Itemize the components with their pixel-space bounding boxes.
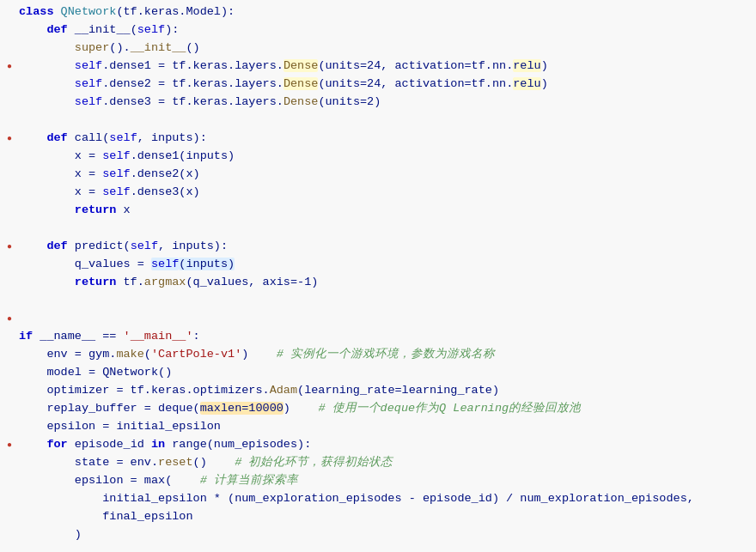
line-content: ) — [15, 526, 756, 544]
code-editor: class QNetwork(tf.keras.Model): def __in… — [0, 0, 756, 552]
line-content: final_epsilon — [15, 508, 756, 526]
code-line: model = QNetwork() — [0, 364, 756, 382]
line-content: for episode_id in range(num_episodes): — [15, 436, 756, 454]
line-content — [15, 544, 756, 552]
code-line: q_values = self(inputs) — [0, 256, 756, 274]
code-line: x = self.dense1(inputs) — [0, 148, 756, 166]
line-content: initial_epsilon * (num_exploration_episo… — [15, 490, 756, 508]
code-line: def __init__(self): — [0, 21, 756, 39]
code-line — [0, 112, 756, 130]
line-content — [15, 292, 756, 310]
line-content: class QNetwork(tf.keras.Model): — [15, 3, 756, 21]
code-line: env = gym.make('CartPole-v1') # 实例化一个游戏环… — [0, 346, 756, 364]
line-content: super().__init__() — [15, 39, 756, 58]
code-line: self.dense3 = tf.keras.layers.Dense(unit… — [0, 94, 756, 112]
line-content: x = self.dense2(x) — [15, 166, 756, 184]
code-line — [0, 220, 756, 238]
line-content: x = self.dense1(inputs) — [15, 148, 756, 166]
line-content: def predict(self, inputs): — [15, 238, 756, 256]
code-line: state = env.reset() # 初始化环节，获得初始状态 — [0, 454, 756, 472]
code-line: x = self.dense3(x) — [0, 184, 756, 202]
code-line: ● for episode_id in range(num_episodes): — [0, 436, 756, 454]
code-line: if __name__ == '__main__': — [0, 328, 756, 346]
code-line: initial_epsilon * (num_exploration_episo… — [0, 490, 756, 508]
line-gutter: ● — [0, 312, 15, 326]
code-line: optimizer = tf.keras.optimizers.Adam(lea… — [0, 382, 756, 400]
code-line — [0, 292, 756, 310]
line-content: replay_buffer = deque(maxlen=10000) # 使用… — [15, 400, 756, 418]
line-gutter: ● — [0, 240, 15, 254]
line-content — [15, 112, 756, 130]
line-content: optimizer = tf.keras.optimizers.Adam(lea… — [15, 382, 756, 400]
line-content: def __init__(self): — [15, 21, 756, 39]
code-line — [0, 544, 756, 552]
line-content: return tf.argmax(q_values, axis=-1) — [15, 274, 756, 292]
line-gutter: ● — [0, 59, 15, 74]
code-line: super().__init__() — [0, 39, 756, 58]
line-content: if __name__ == '__main__': — [15, 328, 756, 346]
line-content: self.dense1 = tf.keras.layers.Dense(unit… — [15, 58, 756, 76]
line-content: state = env.reset() # 初始化环节，获得初始状态 — [15, 454, 756, 472]
line-content — [15, 310, 756, 328]
code-line: epsilon = max( # 计算当前探索率 — [0, 472, 756, 490]
code-line: return tf.argmax(q_values, axis=-1) — [0, 274, 756, 292]
line-content: env = gym.make('CartPole-v1') # 实例化一个游戏环… — [15, 346, 756, 364]
line-content: q_values = self(inputs) — [15, 256, 756, 274]
code-line: ● self.dense1 = tf.keras.layers.Dense(un… — [0, 58, 756, 76]
code-line: class QNetwork(tf.keras.Model): — [0, 3, 756, 21]
code-line: self.dense2 = tf.keras.layers.Dense(unit… — [0, 76, 756, 94]
line-content: model = QNetwork() — [15, 364, 756, 382]
code-line: ) — [0, 526, 756, 544]
code-line: epsilon = initial_epsilon — [0, 418, 756, 436]
line-content: self.dense3 = tf.keras.layers.Dense(unit… — [15, 94, 756, 112]
line-content — [15, 220, 756, 238]
code-line: final_epsilon — [0, 508, 756, 526]
line-content: return x — [15, 202, 756, 220]
line-content: def call(self, inputs): — [15, 130, 756, 148]
line-content: epsilon = initial_epsilon — [15, 418, 756, 436]
code-line: x = self.dense2(x) — [0, 166, 756, 184]
line-gutter: ● — [0, 438, 15, 452]
code-line: return x — [0, 202, 756, 220]
code-line: ● def call(self, inputs): — [0, 130, 756, 148]
code-line: ● — [0, 310, 756, 328]
line-gutter: ● — [0, 131, 15, 146]
line-content: epsilon = max( # 计算当前探索率 — [15, 472, 756, 490]
line-content: x = self.dense3(x) — [15, 184, 756, 202]
line-content: self.dense2 = tf.keras.layers.Dense(unit… — [15, 76, 756, 94]
code-line: ● def predict(self, inputs): — [0, 238, 756, 256]
code-line: replay_buffer = deque(maxlen=10000) # 使用… — [0, 400, 756, 418]
